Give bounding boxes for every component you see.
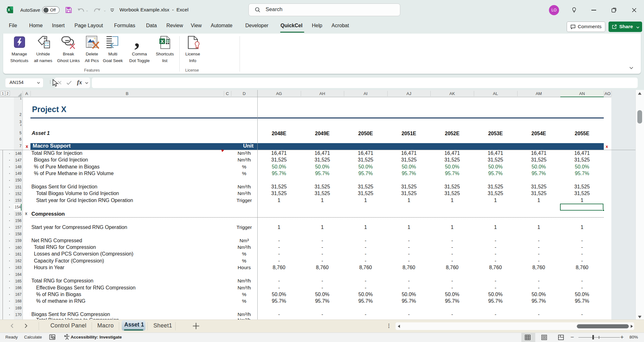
svg-text:X: X (161, 39, 164, 44)
svg-text:X: X (8, 8, 10, 12)
